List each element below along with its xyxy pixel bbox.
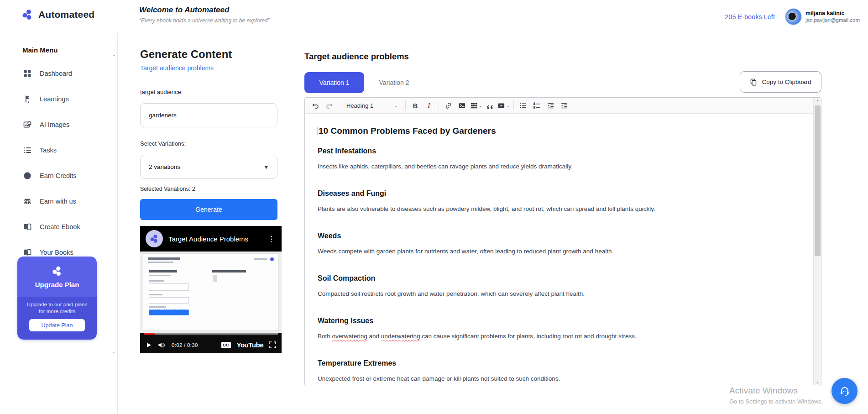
- video-progress-bar[interactable]: [144, 333, 278, 335]
- svg-text:1: 1: [534, 102, 535, 105]
- variations-selected-value: 2 variations: [149, 163, 180, 170]
- numbered-list-icon[interactable]: 12: [531, 100, 543, 111]
- headset-icon: [838, 385, 851, 398]
- tutorial-video-player[interactable]: Target Audience Problems ⋮: [140, 226, 282, 353]
- copy-button-label: Copy to Clipboard: [762, 79, 811, 85]
- user-meta: miljana kalinic jan.pavijan@gmail.com: [805, 10, 860, 23]
- sidebar-item-label: Dashboard: [40, 70, 72, 77]
- variation-tabs: Variation 1Variation 2: [304, 72, 424, 93]
- editor-toolbar: Heading 1⌄BI⌄⌄12: [305, 98, 821, 114]
- watermark-line2: Go to Settings to activate Windows.: [729, 398, 823, 405]
- watermark-line1: Activate Windows: [729, 386, 823, 396]
- youtube-logo[interactable]: YouTube: [237, 341, 263, 349]
- sidebar-item-label: Your Books: [40, 249, 73, 256]
- doc-section-title: Diseases and Fungi: [318, 189, 804, 198]
- upgrade-card-bottom: Upgrade to our paid plans for more credi…: [17, 297, 97, 340]
- video-controls: 0:02 / 0:30 CC YouTube: [140, 333, 282, 353]
- doc-section-title: Pest Infestations: [318, 147, 804, 155]
- editor-content[interactable]: 10 Common Problems Faced by Gardeners Pe…: [305, 114, 813, 385]
- page-title: Generate Content: [140, 48, 282, 61]
- video-progress-fill: [144, 333, 155, 335]
- bold-icon[interactable]: B: [409, 100, 421, 111]
- sidebar-title: Main Menu: [22, 46, 117, 54]
- sidebar-item-learnings[interactable]: Learnings: [0, 93, 117, 105]
- user-email: jan.pavijan@gmail.com: [805, 17, 860, 23]
- user-avatar: [785, 8, 802, 25]
- media-embed-icon[interactable]: ⌄: [497, 100, 510, 111]
- open-book-icon: [23, 222, 32, 231]
- sidebar-item-earn-with-us[interactable]: Earn with us: [0, 195, 117, 207]
- video-timestamp: 0:02 / 0:30: [172, 342, 198, 348]
- upgrade-description: Upgrade to our paid plans for more credi…: [24, 301, 90, 315]
- brand-logo-icon: [51, 265, 63, 277]
- table-icon[interactable]: ⌄: [470, 100, 482, 111]
- support-chat-button[interactable]: [831, 378, 858, 404]
- result-panel: Target audience problems Variation 1Vari…: [304, 33, 826, 62]
- user-menu[interactable]: miljana kalinic jan.pavijan@gmail.com: [785, 8, 860, 25]
- toolbar-separator: [339, 100, 339, 110]
- video-frame[interactable]: [140, 252, 282, 333]
- result-title: Target audience problems: [304, 52, 826, 62]
- scrollbar-thumb[interactable]: [815, 105, 821, 256]
- scroll-down-icon[interactable]: ⌄: [814, 378, 821, 385]
- misspelled-word: underwatering: [381, 333, 420, 340]
- sidebar-item-label: Earn Credits: [40, 172, 77, 179]
- ebooks-left-counter[interactable]: 205 E-books Left: [725, 13, 775, 21]
- sidebar-scroll-down-icon[interactable]: ⌄: [112, 348, 116, 354]
- task-list-icon: [23, 146, 32, 155]
- copy-to-clipboard-button[interactable]: Copy to Clipboard: [740, 71, 821, 93]
- rich-text-editor: Heading 1⌄BI⌄⌄12 10 Common Problems Face…: [304, 97, 821, 386]
- heading-style-select[interactable]: Heading 1⌄: [343, 100, 402, 111]
- sidebar-item-create-ebook[interactable]: Create Ebook: [0, 221, 117, 233]
- sidebar-scroll-up-icon[interactable]: ⌃: [112, 54, 116, 60]
- welcome-subtitle: “Every ebook holds a universe waiting to…: [139, 17, 270, 24]
- doc-section-text: Insects like aphids, caterpillars, and b…: [318, 162, 804, 170]
- editor-scrollbar[interactable]: ⌃ ⌄: [813, 98, 821, 385]
- video-title[interactable]: Target Audience Problems: [168, 235, 261, 243]
- dollar-coin-icon: $: [23, 171, 32, 180]
- play-icon[interactable]: [146, 342, 152, 348]
- sidebar-item-ai-images[interactable]: AI Images: [0, 119, 117, 131]
- sidebar-item-earn-credits[interactable]: $Earn Credits: [0, 170, 117, 182]
- undo-icon[interactable]: [309, 100, 321, 111]
- generator-subtitle-link[interactable]: Target audience problems: [140, 64, 282, 72]
- chevron-down-icon: ⌄: [506, 103, 510, 108]
- kebab-menu-icon[interactable]: ⋮: [267, 234, 276, 244]
- sidebar-item-tasks[interactable]: Tasks: [0, 144, 117, 156]
- svg-text:$: $: [26, 173, 29, 178]
- variations-select[interactable]: 2 variations ▼: [140, 155, 277, 179]
- outdent-icon[interactable]: [545, 100, 557, 111]
- tab-variation-1[interactable]: Variation 1: [304, 72, 364, 93]
- heading-style-value: Heading 1: [346, 102, 373, 109]
- blockquote-icon[interactable]: [484, 100, 496, 111]
- sidebar-item-dashboard[interactable]: Dashboard: [0, 68, 117, 79]
- chevron-down-icon: ▼: [264, 164, 269, 170]
- brand-logo[interactable]: Automateed: [21, 8, 94, 21]
- doc-section-text: Weeds compete with garden plants for nut…: [318, 247, 804, 255]
- bulleted-list-icon[interactable]: [518, 100, 529, 111]
- redo-icon[interactable]: [323, 100, 335, 111]
- image-icon[interactable]: [456, 100, 468, 111]
- os-activation-watermark: Activate Windows Go to Settings to activ…: [729, 386, 823, 405]
- volume-icon[interactable]: [158, 342, 166, 348]
- generate-content-panel: Generate Content Target audience problem…: [140, 33, 282, 353]
- link-icon[interactable]: [443, 100, 455, 111]
- doc-section-text: Plants are also vulnerable to diseases s…: [318, 205, 804, 213]
- target-audience-input[interactable]: [140, 103, 277, 127]
- indent-icon[interactable]: [559, 100, 570, 111]
- sidebar-nav: DashboardLearningsAI ImagesTasks$Earn Cr…: [0, 68, 117, 272]
- doc-sections: Pest InfestationsInsects like aphids, ca…: [318, 147, 804, 385]
- tab-variation-2[interactable]: Variation 2: [364, 72, 424, 93]
- generate-button[interactable]: Generate: [140, 199, 277, 220]
- scroll-up-icon[interactable]: ⌃: [814, 98, 821, 105]
- italic-icon[interactable]: I: [423, 100, 435, 111]
- channel-avatar[interactable]: [146, 230, 163, 247]
- update-plan-button[interactable]: Update Plan: [29, 319, 85, 331]
- image-search-icon: [23, 120, 32, 129]
- toolbar-group: BI: [409, 100, 435, 111]
- brand-logo-icon: [149, 234, 159, 244]
- captions-button[interactable]: CC: [221, 342, 231, 348]
- user-name: miljana kalinic: [805, 10, 860, 17]
- fullscreen-icon[interactable]: [269, 341, 276, 348]
- upgrade-title: Upgrade Plan: [35, 281, 79, 288]
